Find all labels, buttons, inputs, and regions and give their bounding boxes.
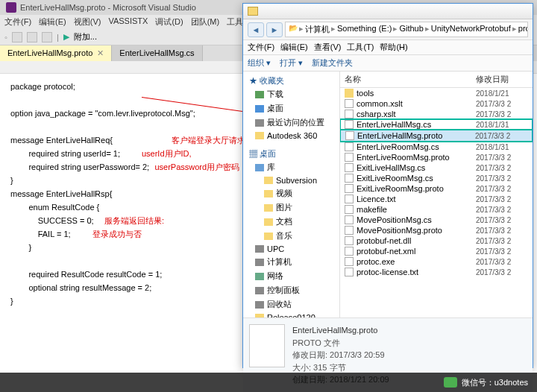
file-row[interactable]: ExitLiveHallMsg.cs2017/3/3 2: [340, 162, 533, 173]
file-name: MovePositionMsg.proto: [357, 226, 476, 235]
organize-button[interactable]: 组织 ▾: [248, 57, 271, 69]
explorer-navbar: ◄ ► 📂 ▸计算机▸Something (E:)▸Github▸UnityNe…: [243, 19, 533, 40]
close-icon[interactable]: ✕: [97, 48, 104, 57]
file-icon: [345, 110, 354, 118]
tree-recycle[interactable]: 回收站: [245, 297, 338, 312]
menu-file[interactable]: 文件(F): [4, 16, 31, 28]
col-name[interactable]: 名称: [345, 74, 476, 85]
tree-svn[interactable]: Subversion: [245, 174, 338, 186]
file-icon: [345, 257, 354, 266]
favorites-header[interactable]: ★ 收藏夹: [245, 75, 338, 87]
new-folder-button[interactable]: 新建文件夹: [312, 57, 353, 69]
file-row[interactable]: protoc.exe2017/3/3 2: [340, 256, 533, 267]
tree-video[interactable]: 视频: [245, 186, 338, 200]
file-row[interactable]: csharp.xslt2017/3/3 2: [340, 109, 533, 119]
forward-button[interactable]: ►: [266, 22, 283, 37]
address-breadcrumb[interactable]: 📂 ▸计算机▸Something (E:)▸Github▸UnityNetwor…: [285, 22, 528, 37]
file-name: protoc-license.txt: [357, 268, 476, 276]
file-date: 2017/3/3 2: [476, 268, 528, 276]
file-date: 2017/3/3 2: [476, 247, 528, 256]
column-headers[interactable]: 名称 修改日期: [340, 72, 533, 88]
file-thumbnail: [249, 324, 285, 367]
file-date: 2017/3/3 2: [476, 258, 528, 266]
file-row[interactable]: EnterLiveHallMsg.proto2017/3/3 2: [340, 130, 533, 142]
tree-desktop[interactable]: 桌面: [245, 101, 338, 116]
tree-control[interactable]: 控制面板: [245, 283, 338, 297]
menu-view[interactable]: 视图(V): [74, 16, 101, 28]
explorer-titlebar[interactable]: [243, 4, 533, 19]
folder-icon: [248, 7, 258, 16]
toolbar-button[interactable]: [42, 32, 52, 42]
tree-doc[interactable]: 文档: [245, 215, 338, 229]
file-row[interactable]: tools2018/1/21: [340, 88, 533, 98]
file-name: EnterLiveRoomMsg.proto: [357, 153, 476, 162]
explorer-toolbar: 组织 ▾ 打开 ▾ 新建文件夹: [243, 55, 533, 72]
file-name: ExitLiveRoomMsg.proto: [357, 184, 476, 193]
file-date: 2017/3/3 2: [476, 237, 528, 245]
file-explorer-window: ◄ ► 📂 ▸计算机▸Something (E:)▸Github▸UnityNe…: [242, 3, 533, 368]
tree-upc[interactable]: UPC: [245, 243, 338, 255]
file-row[interactable]: ExitLiveRoomMsg.cs2017/3/3 2: [340, 173, 533, 183]
exp-menu-view[interactable]: 查看(V): [314, 42, 342, 53]
file-name: ExitLiveRoomMsg.cs: [357, 174, 476, 183]
file-row[interactable]: MovePositionMsg.cs2017/3/3 2: [340, 215, 533, 225]
file-row[interactable]: MovePositionMsg.proto2017/3/3 2: [340, 225, 533, 235]
file-row[interactable]: protobuf-net.xml2017/3/3 2: [340, 246, 533, 256]
col-date[interactable]: 修改日期: [476, 74, 528, 85]
file-icon: [345, 131, 354, 140]
vs-logo-icon: [6, 2, 16, 13]
file-name: MovePositionMsg.cs: [357, 215, 476, 224]
menu-debug[interactable]: 调试(D): [155, 16, 183, 28]
file-icon: [345, 99, 354, 108]
wechat-icon: [444, 377, 457, 388]
file-row[interactable]: EnterLiveRoomMsg.cs2018/1/31: [340, 142, 533, 152]
tree-network[interactable]: 网络: [245, 269, 338, 283]
file-name: Licence.txt: [357, 195, 476, 203]
file-row[interactable]: EnterLiveHallMsg.cs2018/1/31: [340, 119, 533, 130]
tree-libraries[interactable]: 库: [245, 160, 338, 174]
nav-back-button[interactable]: [12, 32, 22, 42]
menu-team[interactable]: 团队(M): [191, 16, 220, 28]
tree-release[interactable]: Release0120: [245, 312, 338, 317]
tree-downloads[interactable]: 下载: [245, 87, 338, 101]
file-name: EnterLiveHallMsg.cs: [357, 120, 476, 129]
file-name: protoc.exe: [357, 257, 476, 266]
desktop-header[interactable]: ▦ 桌面: [245, 148, 338, 160]
file-row[interactable]: EnterLiveRoomMsg.proto2017/3/3 2: [340, 152, 533, 162]
tree-computer[interactable]: 计算机: [245, 255, 338, 269]
file-name: common.xslt: [357, 99, 476, 108]
file-name: csharp.xslt: [357, 110, 476, 118]
exp-menu-file[interactable]: 文件(F): [248, 42, 274, 53]
file-date: 2018/1/21: [476, 89, 528, 98]
attach-button[interactable]: 附加...: [74, 31, 97, 42]
file-row[interactable]: ExitLiveRoomMsg.proto2017/3/3 2: [340, 183, 533, 194]
file-row[interactable]: common.xslt2017/3/3 2: [340, 98, 533, 109]
tab-cs-file[interactable]: EnterLiveHallMsg.cs: [112, 45, 202, 61]
detail-modified: 修改日期: 2017/3/3 20:59: [292, 349, 389, 361]
file-date: 2017/3/3 2: [476, 185, 528, 193]
file-date: 2017/3/3 2: [476, 100, 528, 108]
tree-pic[interactable]: 图片: [245, 200, 338, 215]
tab-proto-file[interactable]: EnterLiveHallMsg.proto✕: [0, 45, 112, 61]
detail-type: PROTO 文件: [292, 337, 389, 350]
open-button[interactable]: 打开 ▾: [280, 57, 303, 69]
back-button[interactable]: ◄: [248, 22, 264, 37]
folder-icon: [345, 89, 354, 98]
file-row[interactable]: protobuf-net.dll2017/3/3 2: [340, 235, 533, 246]
file-date: 2017/3/3 2: [476, 154, 528, 162]
exp-menu-tools[interactable]: 工具(T): [347, 42, 374, 53]
file-icon: [345, 205, 354, 214]
tree-autodesk[interactable]: Autodesk 360: [245, 130, 338, 142]
file-row[interactable]: protoc-license.txt2017/3/3 2: [340, 267, 533, 277]
exp-menu-help[interactable]: 帮助(H): [380, 42, 407, 53]
exp-menu-edit[interactable]: 编辑(E): [280, 42, 308, 53]
file-row[interactable]: makefile2017/3/3 2: [340, 204, 533, 215]
tree-music[interactable]: 音乐: [245, 229, 338, 243]
menu-vassistx[interactable]: VASSISTX: [108, 16, 148, 28]
file-row[interactable]: Licence.txt2017/3/3 2: [340, 194, 533, 204]
file-date: 2017/3/3 2: [476, 206, 528, 214]
menu-edit[interactable]: 编辑(E): [39, 16, 66, 28]
tree-recent[interactable]: 最近访问的位置: [245, 116, 338, 130]
file-name: tools: [357, 89, 476, 98]
toolbar-button[interactable]: [27, 32, 37, 42]
